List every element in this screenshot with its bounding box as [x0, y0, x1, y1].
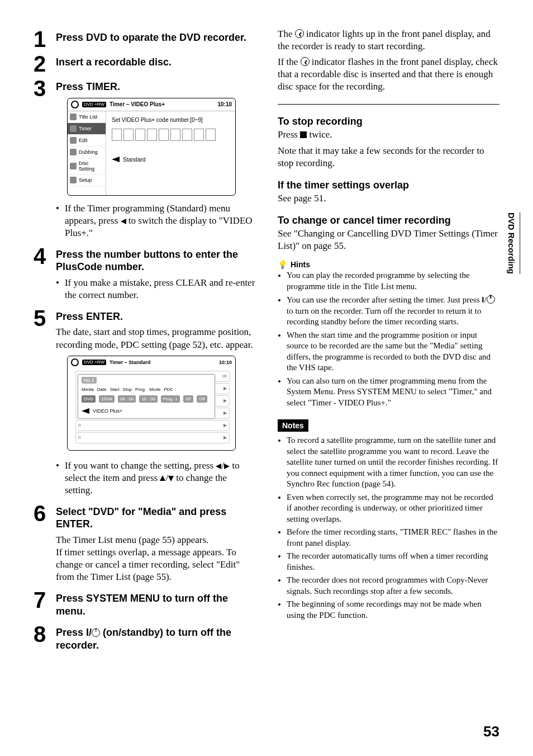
- disc-icon: [71, 358, 79, 366]
- osd1-nav: Title List Timer Edit Dubbing Disc Setti…: [68, 111, 106, 195]
- osd2-columns: Media Date Start Stop Prog. Mode PDC: [82, 387, 211, 392]
- timer-icon: [70, 125, 77, 132]
- overlap-head: If the timer settings overlap: [278, 179, 499, 191]
- note-item: The recorder automatically turns off whe…: [287, 551, 499, 573]
- stop-recording-line: Press twice.: [278, 129, 499, 141]
- osd1-standard-row[interactable]: Standard: [112, 157, 230, 163]
- step-6-head: Select "DVD" for "Media" and press ENTER…: [56, 505, 255, 531]
- hint-bulb-icon: 💡: [278, 260, 287, 269]
- intro-para-2: If the indicator flashes in the front pa…: [278, 56, 499, 93]
- note-item: The beginning of some recordings may not…: [287, 599, 499, 621]
- cell-stop[interactable]: 10 : 00: [139, 395, 157, 403]
- page-number: 53: [483, 723, 499, 740]
- col-prog: Prog.: [135, 387, 146, 392]
- note-item: The recorder does not record programmes …: [287, 575, 499, 597]
- step-8-head: Press I/ (on/standby) to turn off the re…: [56, 626, 255, 651]
- osd2-title: Timer – Standard: [110, 360, 150, 365]
- osd1-instruction: Set VIDEO Plus+ code number.[0~9]: [112, 117, 230, 123]
- osd2-videoplus-label: VIDEO Plus+: [93, 408, 122, 414]
- step-5-head: Press ENTER.: [56, 310, 255, 323]
- step-6-desc: The Timer List menu (page 55) appears. I…: [56, 534, 255, 583]
- nav-timer[interactable]: Timer: [68, 123, 106, 135]
- left-arrow-icon: [216, 464, 221, 469]
- step4-bullet-text: If you make a mistake, press CLEAR and r…: [65, 277, 255, 301]
- col-mode: Mode: [149, 387, 160, 392]
- col-start: Start: [110, 387, 120, 392]
- step-7-number: 7: [34, 589, 56, 611]
- slot-row[interactable]: 0▶: [75, 420, 230, 431]
- osd2-titlebar: DVD +RW Timer – Standard 10:10: [68, 356, 235, 368]
- note-item: Before the timer recording starts, "TIME…: [287, 527, 499, 549]
- nav-title-list-label: Title List: [79, 114, 97, 120]
- cell-prog[interactable]: Prog. 1: [161, 395, 180, 403]
- step-5-desc: The date, start and stop times, programm…: [56, 326, 255, 351]
- step-4-head: Press the number buttons to enter the Pl…: [56, 248, 255, 273]
- step5-bullet: If you want to change the setting, press…: [56, 460, 255, 497]
- slot-row[interactable]: 0▶: [75, 432, 230, 443]
- osd2-videoplus-row[interactable]: VIDEO Plus+: [82, 408, 211, 414]
- right-column: The indicator lights up in the front pan…: [278, 28, 499, 657]
- nav-setup[interactable]: Setup: [68, 174, 106, 186]
- osd1-content: Set VIDEO Plus+ code number.[0~9] Standa…: [106, 111, 235, 195]
- step-8: 8 Press I/ (on/standby) to turn off the …: [34, 623, 255, 655]
- osd1-code-input[interactable]: [112, 129, 230, 141]
- col-date: Date: [97, 387, 107, 392]
- step-3-number: 3: [34, 77, 56, 100]
- osd1-standard-label: Standard: [123, 157, 146, 163]
- left-arrow-icon: [82, 408, 89, 414]
- hint-item: When the start time and the programme po…: [287, 330, 499, 374]
- step-6: 6 Select "DVD" for "Media" and press ENT…: [34, 502, 255, 587]
- nav-dubbing[interactable]: Dubbing: [68, 147, 106, 158]
- hints-label: Hints: [291, 260, 310, 269]
- stop-b: twice.: [307, 129, 332, 140]
- nav-disc-setting-label: Disc Setting: [79, 160, 103, 172]
- step-5-number: 5: [34, 307, 56, 329]
- step-2: 2 Insert a recordable disc.: [34, 53, 255, 75]
- cell-date[interactable]: 15/04: [99, 395, 115, 403]
- nav-edit[interactable]: Edit: [68, 135, 106, 147]
- stop-recording-note: Note that it may take a few seconds for …: [278, 145, 499, 169]
- step-6-number: 6: [34, 502, 56, 525]
- osd2-time: 10:10: [219, 360, 232, 365]
- up-arrow-icon: [160, 475, 165, 481]
- disc-icon: [71, 101, 79, 108]
- notes-list: To record a satellite programme, turn on…: [278, 435, 499, 621]
- overlap-text: See page 51.: [278, 192, 499, 205]
- step-3-head: Press TIMER.: [56, 81, 255, 93]
- step-5: 5 Press ENTER. The date, start and stop …: [34, 307, 255, 500]
- power-icon: [92, 629, 100, 637]
- cell-pdc[interactable]: Off: [197, 395, 207, 403]
- stop-a: Press: [278, 129, 300, 140]
- step5-bullet-a: If you want to change the setting, press: [65, 460, 216, 471]
- nav-timer-label: Timer: [79, 126, 92, 131]
- intro-para-1: The indicator lights up in the front pan…: [278, 28, 499, 53]
- hint1-mid: to turn on the recorder. Turn off the re…: [287, 306, 481, 327]
- hint1-prefix: You can use the recorder after setting t…: [287, 295, 482, 304]
- step-1-number: 1: [34, 28, 56, 50]
- cell-mode[interactable]: SP: [183, 395, 194, 403]
- osd1-badge: DVD +RW: [82, 102, 106, 107]
- step-2-number: 2: [34, 53, 56, 75]
- power-icon: [487, 295, 495, 304]
- nav-title-list[interactable]: Title List: [68, 111, 106, 123]
- separator: [278, 104, 499, 105]
- cell-media[interactable]: DVD: [82, 395, 96, 403]
- stop-icon: [300, 131, 307, 138]
- nav-disc-setting[interactable]: Disc Setting: [68, 158, 106, 174]
- osd2-row[interactable]: DVD 15/04 09 : 00 10 : 00 Prog. 1 SP Off: [82, 395, 211, 403]
- stop-recording-head: To stop recording: [278, 116, 499, 127]
- step-7: 7 Press SYSTEM MENU to turn off the menu…: [34, 589, 255, 621]
- step-1-head: Press DVD to oparate the DVD recorder.: [56, 31, 255, 44]
- step-8-number: 8: [34, 623, 56, 645]
- hint-item: You can also turn on the timer programmi…: [287, 376, 499, 409]
- step-1: 1 Press DVD to oparate the DVD recorder.: [34, 28, 255, 50]
- setup-icon: [70, 177, 77, 183]
- col-stop: Stop: [123, 387, 132, 392]
- step-7-head: Press SYSTEM MENU to turn off the menu.: [56, 592, 255, 617]
- cell-start[interactable]: 09 : 00: [118, 395, 136, 403]
- intro-c: If the: [278, 56, 301, 67]
- osd1-time: 10:10: [217, 101, 232, 107]
- step4-bullet: If you make a mistake, press CLEAR and r…: [56, 277, 255, 301]
- right-arrow-icon: [224, 464, 230, 469]
- left-column: 1 Press DVD to oparate the DVD recorder.…: [34, 28, 255, 657]
